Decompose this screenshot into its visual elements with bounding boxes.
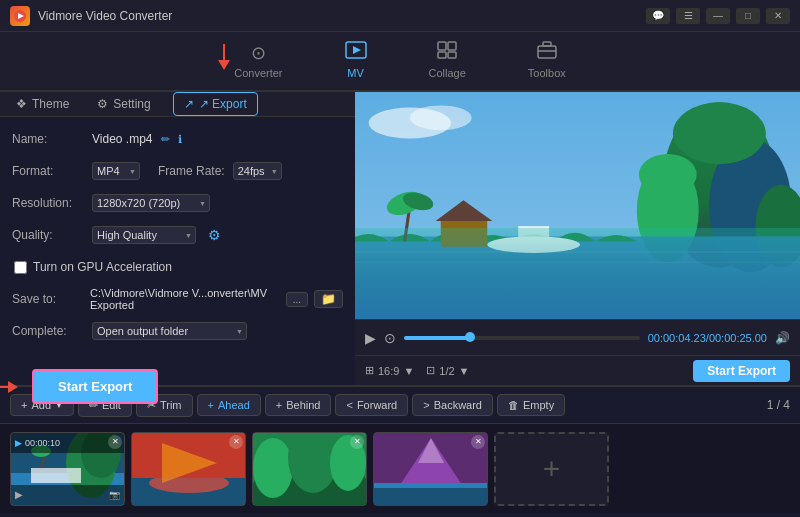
list-item[interactable]: ✕ bbox=[131, 432, 246, 506]
app-icon bbox=[10, 6, 30, 26]
theme-label: Theme bbox=[32, 97, 69, 111]
format-select[interactable]: MP4 MKV AVI MOV bbox=[92, 162, 140, 180]
player-controls: ▶ ⊙ 00:00:04.23/00:00:25.00 🔊 bbox=[355, 319, 800, 355]
complete-select-wrapper: Open output folder Do nothing bbox=[92, 322, 247, 340]
open-folder-button[interactable]: 📁 bbox=[314, 290, 343, 308]
play-button[interactable]: ▶ bbox=[365, 330, 376, 346]
save-to-path: C:\Vidmore\Vidmore V...onverter\MV Expor… bbox=[90, 287, 280, 311]
time-current: 00:00:04.23 bbox=[648, 332, 706, 344]
quality-label: Quality: bbox=[12, 228, 84, 242]
svg-point-19 bbox=[639, 154, 697, 195]
complete-row: Complete: Open output folder Do nothing bbox=[12, 319, 343, 343]
thumb-close-button[interactable]: ✕ bbox=[471, 435, 485, 449]
aspect-ratio-selector[interactable]: ⊞ 16:9 ▼ bbox=[365, 364, 414, 377]
thumb-close-button[interactable]: ✕ bbox=[108, 435, 122, 449]
start-export-right-button[interactable]: Start Export bbox=[693, 360, 790, 382]
tab-mv-label: MV bbox=[347, 67, 364, 79]
close-button[interactable]: ✕ bbox=[766, 8, 790, 24]
theme-tab[interactable]: ❖ Theme bbox=[10, 93, 75, 115]
format-row: Format: MP4 MKV AVI MOV Frame Rate: bbox=[12, 159, 343, 183]
setting-label: Setting bbox=[113, 97, 150, 111]
name-edit-icon[interactable]: ✏ bbox=[161, 133, 170, 146]
name-row: Name: Video .mp4 ✏ ℹ bbox=[12, 127, 343, 151]
title-bar-controls: 💬 ☰ — □ ✕ bbox=[646, 8, 790, 24]
aspect-ratio-icon: ⊞ bbox=[365, 364, 374, 377]
list-item[interactable]: ▶ 00:00:10 ✕ ▶ 📷 bbox=[10, 432, 125, 506]
svg-rect-20 bbox=[355, 236, 800, 319]
quality-select[interactable]: High Quality Standard Quality Low Qualit… bbox=[92, 226, 196, 244]
svg-rect-5 bbox=[448, 42, 456, 50]
svg-rect-34 bbox=[31, 468, 81, 483]
arrow-indicator bbox=[218, 44, 230, 70]
svg-rect-9 bbox=[538, 46, 556, 58]
svg-rect-23 bbox=[441, 221, 487, 247]
minimize-button[interactable]: — bbox=[706, 8, 730, 24]
forward-label: Forward bbox=[357, 399, 397, 411]
svg-rect-51 bbox=[374, 483, 488, 488]
empty-button[interactable]: 🗑 Empty bbox=[497, 394, 565, 416]
time-display: 00:00:04.23/00:00:25.00 bbox=[648, 332, 767, 344]
gpu-label: Turn on GPU Acceleration bbox=[33, 260, 172, 274]
list-item[interactable]: ✕ bbox=[252, 432, 367, 506]
setting-icon: ⚙ bbox=[97, 97, 108, 111]
start-export-button[interactable]: Start Export bbox=[32, 369, 158, 404]
aspect-ratio-chevron: ▼ bbox=[403, 365, 414, 377]
backward-label: Backward bbox=[434, 399, 482, 411]
svg-rect-4 bbox=[438, 42, 446, 50]
resolution-label: Resolution: bbox=[12, 196, 84, 210]
app-window: Vidmore Video Converter 💬 ☰ — □ ✕ ⊙ Conv… bbox=[0, 0, 800, 517]
stop-button[interactable]: ⊙ bbox=[384, 330, 396, 346]
page-fraction-chevron: ▼ bbox=[459, 365, 470, 377]
complete-label: Complete: bbox=[12, 324, 84, 338]
setting-tab[interactable]: ⚙ Setting bbox=[91, 93, 156, 115]
tab-toolbox-label: Toolbox bbox=[528, 67, 566, 79]
page-fraction-selector[interactable]: ⊡ 1/2 ▼ bbox=[426, 364, 469, 377]
backward-icon: > bbox=[423, 399, 429, 411]
thumb-play-icon[interactable]: ▶ bbox=[15, 489, 23, 500]
svg-point-13 bbox=[410, 105, 472, 130]
resolution-select[interactable]: 1280x720 (720p) 1920x1080 (1080p) 3840x2… bbox=[92, 194, 210, 212]
thumb-bottom: ▶ 📷 bbox=[11, 485, 124, 505]
quality-gear-icon[interactable]: ⚙ bbox=[208, 227, 221, 243]
list-item[interactable]: ✕ bbox=[373, 432, 488, 506]
aspect-ratio-value: 16:9 bbox=[378, 365, 399, 377]
add-media-button[interactable]: + bbox=[494, 432, 609, 506]
volume-icon[interactable]: 🔊 bbox=[775, 331, 790, 345]
tab-mv[interactable]: MV bbox=[329, 33, 383, 90]
gpu-checkbox[interactable] bbox=[14, 261, 27, 274]
thumb-close-button[interactable]: ✕ bbox=[229, 435, 243, 449]
name-label: Name: bbox=[12, 132, 84, 146]
browse-dots-button[interactable]: ... bbox=[286, 292, 308, 307]
collage-icon bbox=[437, 41, 457, 64]
resolution-select-wrapper: 1280x720 (720p) 1920x1080 (1080p) 3840x2… bbox=[92, 194, 210, 212]
mv-icon bbox=[345, 41, 367, 64]
export-label: ↗ Export bbox=[199, 97, 247, 111]
export-tab[interactable]: ↗ ↗ Export bbox=[173, 92, 258, 116]
preview-svg bbox=[355, 92, 800, 319]
title-bar-left: Vidmore Video Converter bbox=[10, 6, 172, 26]
quality-row: Quality: High Quality Standard Quality L… bbox=[12, 223, 343, 247]
svg-rect-7 bbox=[448, 52, 456, 58]
thumb-close-button[interactable]: ✕ bbox=[350, 435, 364, 449]
frame-rate-select[interactable]: 24fps 30fps 60fps bbox=[233, 162, 282, 180]
complete-select[interactable]: Open output folder Do nothing bbox=[92, 322, 247, 340]
tab-converter-label: Converter bbox=[234, 67, 282, 79]
menu-button[interactable]: ☰ bbox=[676, 8, 700, 24]
preview-image bbox=[355, 92, 800, 319]
add-media-icon: + bbox=[543, 452, 561, 486]
maximize-button[interactable]: □ bbox=[736, 8, 760, 24]
backward-button[interactable]: > Backward bbox=[412, 394, 493, 416]
tab-collage[interactable]: Collage bbox=[413, 33, 482, 90]
chat-button[interactable]: 💬 bbox=[646, 8, 670, 24]
progress-fill bbox=[404, 336, 470, 340]
name-info-icon[interactable]: ℹ bbox=[178, 133, 182, 146]
converter-icon: ⊙ bbox=[251, 42, 266, 64]
filmstrip: ▶ 00:00:10 ✕ ▶ 📷 ✕ bbox=[0, 423, 800, 513]
progress-bar[interactable] bbox=[404, 336, 640, 340]
progress-thumb bbox=[465, 332, 475, 342]
tab-converter[interactable]: ⊙ Converter bbox=[218, 34, 298, 90]
thumb-time: 00:00:10 bbox=[25, 438, 60, 448]
settings-area: Name: Video .mp4 ✏ ℹ Format: MP4 MKV AVI… bbox=[0, 117, 355, 353]
tab-toolbox[interactable]: Toolbox bbox=[512, 33, 582, 90]
time-total: 00:00:25.00 bbox=[709, 332, 767, 344]
